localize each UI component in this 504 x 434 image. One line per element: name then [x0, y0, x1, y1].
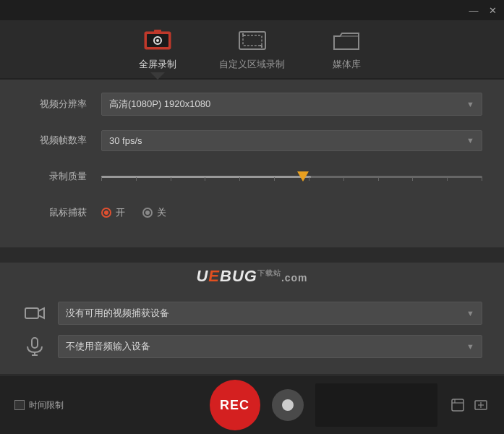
nav-label-region: 自定义区域录制 — [219, 58, 285, 71]
watermark-e: E — [208, 267, 220, 285]
fps-row: 视频帧数率 30 fps/s ▼ — [22, 127, 482, 153]
video-dropdown-arrow: ▼ — [466, 309, 474, 318]
mouse-control: 开 关 — [101, 206, 482, 219]
nav-item-fullscreen[interactable]: 全屏录制 — [125, 27, 190, 78]
close-button[interactable]: ✕ — [487, 4, 498, 16]
time-limit-label: 时间限制 — [29, 399, 64, 412]
quality-label: 录制质量 — [22, 170, 87, 183]
slider-ticks — [101, 177, 482, 181]
minimize-button[interactable]: — — [468, 4, 479, 16]
watermark-bug: BUG — [220, 267, 257, 285]
mouse-row: 鼠标捕获 开 关 — [22, 200, 482, 226]
quality-control — [101, 166, 482, 187]
microphone-icon — [22, 333, 48, 359]
slider-track — [101, 176, 482, 178]
svg-rect-16 — [452, 399, 464, 411]
region-record-icon — [237, 27, 268, 54]
rec-label: REC — [220, 398, 249, 413]
watermark-sub: 下载站 — [257, 269, 281, 277]
time-limit-checkbox[interactable] — [14, 400, 25, 410]
nav-label-fullscreen: 全屏录制 — [139, 58, 176, 71]
watermark-text: UEBUG下载站.com — [196, 267, 307, 286]
mouse-label: 鼠标捕获 — [22, 206, 87, 219]
fps-dropdown-arrow: ▼ — [466, 136, 474, 145]
video-device-control: 没有可用的视频捕获设备 ▼ — [58, 302, 482, 325]
mouse-off-label: 关 — [157, 206, 166, 219]
resolution-dropdown-arrow: ▼ — [466, 100, 474, 109]
audio-device-row: 不使用音频输入设备 ▼ — [22, 333, 482, 359]
media-library-icon — [331, 27, 362, 54]
mouse-radio-group: 开 关 — [101, 206, 482, 219]
camera-icon — [22, 300, 48, 326]
stop-icon — [282, 399, 294, 411]
time-limit-section: 时间限制 — [14, 399, 64, 412]
mouse-on-label: 开 — [116, 206, 125, 219]
video-device-row: 没有可用的视频捕获设备 ▼ — [22, 300, 482, 326]
fps-value: 30 fps/s — [109, 135, 142, 146]
resolution-row: 视频分辨率 高清(1080P) 1920x1080 ▼ — [22, 91, 482, 117]
mouse-off-radio[interactable]: 关 — [142, 206, 166, 219]
mouse-on-radio-circle — [101, 208, 111, 218]
stop-button[interactable] — [272, 389, 304, 421]
resolution-control: 高清(1080P) 1920x1080 ▼ — [101, 93, 482, 116]
window-icon[interactable] — [472, 396, 490, 414]
watermark-section: UEBUG下载站.com — [0, 263, 504, 293]
audio-device-value: 不使用音频输入设备 — [66, 340, 150, 353]
fps-dropdown[interactable]: 30 fps/s ▼ — [101, 130, 482, 151]
audio-device-control: 不使用音频输入设备 ▼ — [58, 335, 482, 358]
mouse-off-radio-circle — [142, 208, 153, 218]
audio-dropdown-arrow: ▼ — [466, 342, 474, 351]
quality-row: 录制质量 — [22, 163, 482, 190]
rec-button[interactable]: REC — [210, 380, 260, 430]
fps-label: 视频帧数率 — [22, 134, 87, 147]
watermark-com: .com — [281, 272, 308, 284]
quality-slider[interactable] — [101, 166, 482, 187]
fps-control: 30 fps/s ▼ — [101, 130, 482, 151]
nav-item-region[interactable]: 自定义区域录制 — [219, 27, 285, 78]
nav-label-media: 媒体库 — [333, 58, 361, 71]
svg-marker-12 — [38, 308, 44, 318]
svg-rect-4 — [154, 30, 161, 33]
bottom-icons — [449, 396, 490, 414]
preview-box — [315, 383, 438, 427]
watermark-ue: U — [196, 267, 208, 285]
settings-panel: 视频分辨率 高清(1080P) 1920x1080 ▼ 视频帧数率 30 fps… — [0, 80, 504, 247]
video-device-value: 没有可用的视频捕获设备 — [66, 307, 169, 320]
section-divider — [0, 252, 504, 252]
device-section: 没有可用的视频捕获设备 ▼ 不使用音频输入设备 ▼ — [0, 293, 504, 374]
resolution-dropdown[interactable]: 高清(1080P) 1920x1080 ▼ — [101, 93, 482, 116]
mouse-on-radio[interactable]: 开 — [101, 206, 125, 219]
svg-rect-6 — [243, 35, 262, 46]
svg-point-3 — [156, 39, 159, 42]
title-bar: — ✕ — [0, 0, 504, 20]
top-nav: 全屏录制 自定义区域录制 媒体库 — [0, 20, 504, 80]
audio-device-dropdown[interactable]: 不使用音频输入设备 ▼ — [58, 335, 482, 358]
svg-rect-13 — [32, 338, 38, 348]
resolution-label: 视频分辨率 — [22, 98, 87, 111]
video-device-dropdown[interactable]: 没有可用的视频捕获设备 ▼ — [58, 302, 482, 325]
fullscreen-record-icon — [142, 27, 173, 54]
bottom-bar: 时间限制 REC — [0, 376, 504, 434]
settings-icon[interactable] — [449, 396, 466, 414]
svg-rect-11 — [25, 308, 38, 318]
resolution-value: 高清(1080P) 1920x1080 — [109, 98, 210, 111]
nav-item-media[interactable]: 媒体库 — [314, 27, 379, 78]
